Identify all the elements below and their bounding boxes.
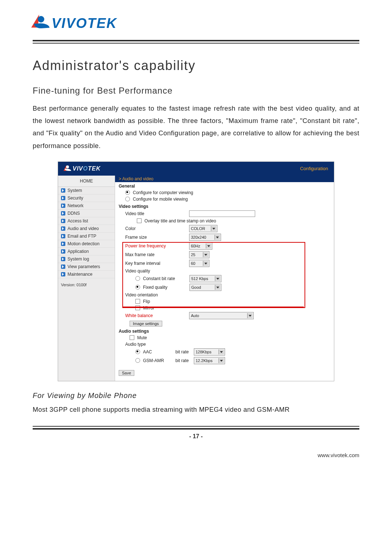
- sidebar-item-audio-video[interactable]: Audio and video: [58, 225, 115, 233]
- arrow-icon: [61, 188, 65, 193]
- sidebar-version: Version: 0100f: [58, 278, 115, 291]
- footer-rule-thin: [33, 426, 359, 427]
- label-bit-rate: bit rate: [169, 358, 189, 363]
- arrow-icon: [61, 204, 65, 208]
- chevron-down-icon: [203, 252, 208, 257]
- radio-label: Configure for computer viewing: [133, 190, 193, 195]
- sidebar-item-ddns[interactable]: DDNS: [58, 210, 115, 217]
- header-rule-thin: [33, 43, 359, 44]
- label-bit-rate: bit rate: [169, 349, 189, 354]
- sidebar-item-system[interactable]: System: [58, 187, 115, 194]
- select-color[interactable]: COLOR: [189, 225, 217, 232]
- brand-logo: VIVOTEK: [33, 15, 359, 32]
- sidebar-home[interactable]: HOME: [58, 176, 115, 187]
- config-brand-text: VIVOTEK: [73, 165, 101, 172]
- label-key-frame: Key frame interval: [125, 261, 186, 266]
- checkbox-overlay[interactable]: Overlay title and time stamp on video: [115, 218, 334, 224]
- radio-icon: [135, 276, 140, 281]
- config-header: VIVOTEK Configuration: [58, 162, 334, 176]
- select-constant-bit[interactable]: 512 Kbps: [189, 275, 221, 282]
- sidebar-item-system-log[interactable]: System log: [58, 255, 115, 263]
- radio-label: Fixed quality: [143, 285, 187, 290]
- input-video-title[interactable]: [189, 210, 255, 217]
- chevron-down-icon: [215, 285, 220, 290]
- arrow-icon: [61, 272, 65, 276]
- section-general: General: [115, 182, 334, 189]
- sidebar-item-maintenance[interactable]: Maintenance: [58, 271, 115, 278]
- sidebar-item-email-ftp[interactable]: Email and FTP: [58, 233, 115, 240]
- radio-constant-bit[interactable]: Constant bit rate512 Kbps: [115, 274, 334, 283]
- chevron-down-icon: [203, 261, 208, 266]
- checkbox-mirror[interactable]: Mirror: [115, 305, 334, 311]
- label-audio-type: Audio type: [125, 342, 186, 347]
- radio-icon: [135, 358, 140, 363]
- arrow-icon: [61, 257, 65, 261]
- radio-label: Constant bit rate: [143, 276, 187, 281]
- sidebar-item-motion-detection[interactable]: Motion detection: [58, 240, 115, 248]
- config-main: > Audio and video General Configure for …: [115, 176, 334, 381]
- radio-label: Configure for mobile viewing: [133, 197, 188, 202]
- radio-computer-viewing[interactable]: Configure for computer viewing: [115, 189, 334, 196]
- chevron-down-icon: [219, 358, 224, 363]
- page-number: - 17 -: [33, 433, 359, 440]
- checkbox-flip[interactable]: Flip: [115, 298, 334, 305]
- select-max-frame[interactable]: 25: [189, 251, 209, 258]
- select-fixed-quality[interactable]: Good: [189, 284, 221, 291]
- checkbox-icon: [130, 335, 134, 340]
- checkbox-icon: [135, 299, 140, 304]
- config-brand: VIVOTEK: [64, 165, 101, 172]
- sidebar-item-label: DDNS: [68, 211, 80, 216]
- label-video-title: Video title: [125, 211, 186, 216]
- chevron-down-icon: [211, 226, 216, 231]
- chevron-down-icon: [206, 243, 211, 249]
- label-color: Color: [125, 226, 186, 231]
- sidebar-item-security[interactable]: Security: [58, 194, 115, 202]
- select-white-balance[interactable]: Auto: [189, 312, 254, 319]
- radio-icon: [125, 197, 130, 201]
- sidebar-item-network[interactable]: Network: [58, 202, 115, 210]
- checkbox-icon: [137, 218, 142, 223]
- footer-url: www.vivotek.com: [33, 452, 359, 458]
- arrow-icon: [61, 242, 65, 246]
- arrow-icon: [61, 264, 65, 269]
- sidebar-item-application[interactable]: Application: [58, 248, 115, 255]
- chevron-down-icon: [215, 235, 220, 240]
- sidebar-item-label: System: [68, 188, 82, 193]
- checkbox-label: Overlay title and time stamp on video: [144, 218, 216, 223]
- arrow-icon: [61, 226, 65, 231]
- select-gsm-bitrate[interactable]: 12.2Kbps: [194, 357, 225, 364]
- breadcrumb: > Audio and video: [115, 176, 334, 182]
- config-screenshot: VIVOTEK Configuration HOME System Securi…: [58, 161, 334, 381]
- footer-rule-thick: [33, 428, 359, 430]
- label-video-quality: Video quality: [125, 268, 186, 274]
- arrow-icon: [61, 211, 65, 216]
- intro-paragraph: Best performance generally equates to th…: [33, 102, 359, 152]
- select-frame-size[interactable]: 320x240: [189, 234, 221, 241]
- radio-fixed-quality[interactable]: Fixed qualityGood: [115, 283, 334, 292]
- radio-icon: [125, 190, 130, 195]
- section-video-settings: Video settings: [115, 202, 334, 210]
- label-power-line: Power line frequency: [125, 243, 186, 249]
- select-aac-bitrate[interactable]: 128Kbps: [194, 348, 225, 356]
- radio-mobile-viewing[interactable]: Configure for mobile viewing: [115, 196, 334, 202]
- sidebar-item-label: Network: [68, 203, 83, 208]
- arrow-icon: [61, 219, 65, 223]
- image-settings-button[interactable]: Image settings: [130, 321, 162, 327]
- select-key-frame[interactable]: 60: [189, 260, 209, 267]
- header-rule-thick: [33, 40, 359, 41]
- subsection-title: For Viewing by Mobile Phone: [33, 391, 359, 400]
- select-power-line[interactable]: 60Hz: [189, 242, 212, 250]
- sidebar-item-access-list[interactable]: Access list: [58, 217, 115, 225]
- config-brand-icon: [64, 165, 71, 172]
- sidebar-item-view-parameters[interactable]: View parameters: [58, 263, 115, 271]
- configuration-link[interactable]: Configuration: [300, 166, 328, 171]
- checkbox-mute[interactable]: Mute: [115, 335, 334, 341]
- radio-aac[interactable]: AACbit rate128Kbps: [115, 348, 334, 356]
- radio-gsm-amr[interactable]: GSM-AMRbit rate12.2Kbps: [115, 356, 334, 365]
- section-subtitle: Fine-tuning for Best Performance: [33, 86, 359, 96]
- sidebar-item-label: Application: [68, 249, 89, 254]
- sidebar-item-label: System log: [68, 257, 89, 262]
- sidebar-item-label: Maintenance: [68, 272, 93, 277]
- sidebar-item-label: Security: [68, 196, 83, 201]
- save-button[interactable]: Save: [119, 370, 134, 376]
